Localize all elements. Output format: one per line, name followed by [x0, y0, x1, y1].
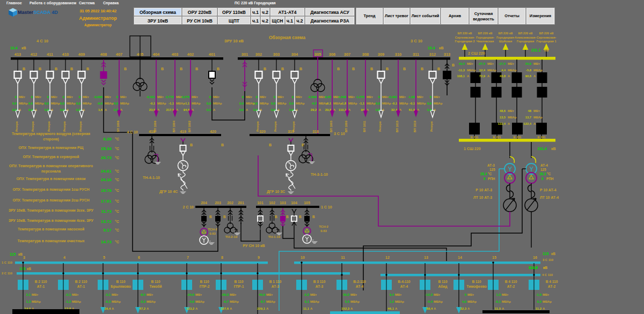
svg-text:А: А [266, 307, 269, 310]
svg-text:ТН-3-1-10: ТН-3-1-10 [311, 173, 328, 176]
svg-text:МВАр: МВАр [434, 300, 443, 303]
svg-text:МВАр: МВАр [83, 102, 92, 105]
svg-text:-0,1: -0,1 [392, 102, 398, 105]
svg-text:МВАр: МВАр [434, 102, 443, 105]
svg-text:кВ: кВ [551, 147, 556, 151]
svg-text:Абид: Абид [438, 285, 448, 289]
svg-text:МВАр: МВАр [533, 69, 543, 72]
svg-text:94,6: 94,6 [184, 108, 190, 111]
svg-text:МВт: МВт [19, 95, 25, 99]
svg-text:403: 403 [172, 52, 179, 57]
svg-text:203: 203 [215, 201, 221, 205]
svg-text:Брыляково: Брыляково [111, 285, 131, 289]
svg-text:11,2: 11,2 [536, 307, 542, 310]
svg-text:МВт: МВт [260, 95, 266, 99]
svg-text:МВт: МВт [51, 95, 57, 99]
svg-text:В 3 110: В 3 110 [313, 280, 326, 283]
svg-text:307: 307 [344, 52, 351, 57]
svg-text:В 110: В 110 [200, 280, 209, 283]
svg-text:Температура наружного воздуха: Температура наружного воздуха (северная [12, 132, 90, 136]
svg-text:-0,1: -0,1 [150, 102, 156, 105]
svg-text:В 110: В 110 [472, 280, 481, 283]
svg-text:404: 404 [153, 52, 160, 57]
svg-text:МВАр: МВАр [508, 116, 517, 119]
svg-text:-3,772: -3,772 [165, 95, 174, 99]
svg-text:В-4-110: В-4-110 [398, 280, 411, 283]
svg-text:ВЛ 1002: ВЛ 1002 [188, 121, 191, 132]
svg-text:МВт: МВт [310, 293, 317, 296]
svg-text:204: 204 [201, 201, 207, 205]
svg-text:-5,8: -5,8 [526, 69, 532, 72]
svg-text:А: А [434, 307, 436, 310]
svg-text:32,3: 32,3 [460, 307, 466, 310]
svg-text:МВт: МВт [367, 95, 373, 99]
svg-text:13.72: 13.72 [101, 219, 112, 224]
svg-text:°С: °С [115, 178, 119, 182]
svg-text:МВт: МВт [508, 109, 514, 113]
svg-text:А: А [319, 108, 321, 111]
svg-text:14.73: 14.73 [101, 240, 112, 244]
svg-text:В: В [352, 67, 355, 71]
svg-text:МВт: МВт [213, 95, 219, 99]
svg-text:А: А [487, 74, 490, 78]
svg-text:В: В [269, 143, 272, 147]
svg-text:°С: °С [547, 172, 551, 176]
svg-text:125: 125 [540, 168, 546, 171]
svg-text:108,1: 108,1 [457, 74, 465, 78]
svg-text:В: В [421, 67, 423, 71]
svg-text:-1,1: -1,1 [184, 102, 190, 105]
svg-text:4 С 10: 4 С 10 [127, 130, 138, 134]
svg-text:МВт: МВт [157, 95, 164, 99]
svg-text:АТ-4: АТ-4 [400, 285, 408, 288]
svg-text:16,4: 16,4 [104, 307, 111, 310]
svg-text:313: 313 [444, 52, 451, 57]
svg-text:Резерв: Резерв [31, 121, 34, 132]
svg-text:17.01: 17.01 [101, 199, 112, 204]
svg-text:6.20: 6.20 [103, 137, 112, 141]
svg-text:МВт: МВт [176, 95, 182, 99]
svg-text:9,4: 9,4 [390, 293, 394, 296]
svg-text:В: В [299, 67, 302, 71]
svg-text:202: 202 [227, 201, 233, 205]
svg-text:В: В [386, 67, 389, 71]
svg-text:-0,1: -0,1 [495, 300, 501, 303]
svg-text:А: А [533, 122, 536, 125]
svg-text:29,8: 29,8 [325, 108, 332, 111]
svg-text:23,6: 23,6 [149, 108, 156, 111]
svg-text:А: А [19, 108, 21, 111]
svg-text:102: 102 [269, 201, 275, 205]
svg-text:АТ-4: АТ-4 [356, 285, 364, 288]
svg-text:МВАр: МВАр [333, 102, 342, 105]
svg-text:ВЛ 220 кВ: ВЛ 220 кВ [457, 32, 472, 35]
svg-text:319: 319 [288, 130, 294, 133]
svg-text:В: В [161, 67, 164, 71]
svg-text:105: 105 [304, 201, 310, 205]
svg-text:А: А [277, 108, 280, 111]
svg-text:А: А [533, 74, 536, 78]
svg-text:Резерв: Резерв [274, 121, 277, 132]
svg-text:1,5: 1,5 [496, 293, 501, 296]
svg-text:Алексеевская-: Алексеевская- [515, 36, 536, 39]
svg-text:Резерв: Резерв [430, 121, 433, 132]
svg-text:МВт: МВт [319, 95, 325, 99]
svg-text:МВт: МВт [348, 95, 355, 99]
svg-text:8,7: 8,7 [261, 300, 266, 303]
svg-text:418: 418 [149, 130, 155, 133]
svg-text:МВт: МВт [195, 293, 202, 296]
svg-text:34,9: 34,9 [525, 62, 532, 65]
svg-text:3 С 10: 3 С 10 [334, 132, 345, 136]
svg-text:В 1 110: В 1 110 [269, 280, 282, 283]
svg-text:32,4: 32,4 [391, 108, 398, 111]
svg-text:ТСН-2: ТСН-2 [208, 228, 217, 231]
svg-text:МВАр: МВАр [508, 69, 517, 72]
svg-text:0,0: 0,0 [253, 102, 258, 105]
svg-text:МВт: МВт [533, 109, 540, 113]
svg-text:4,4: 4,4 [501, 69, 506, 72]
svg-text:4 С 110: 4 С 110 [542, 273, 553, 276]
svg-text:4: 4 [63, 256, 65, 259]
svg-text:-1,8: -1,8 [341, 102, 347, 105]
svg-text:МВт: МВт [434, 293, 440, 296]
svg-text:кВ: кВ [544, 48, 549, 52]
svg-text:0: 0 [242, 95, 244, 99]
svg-text:123,2: 123,2 [186, 307, 195, 310]
